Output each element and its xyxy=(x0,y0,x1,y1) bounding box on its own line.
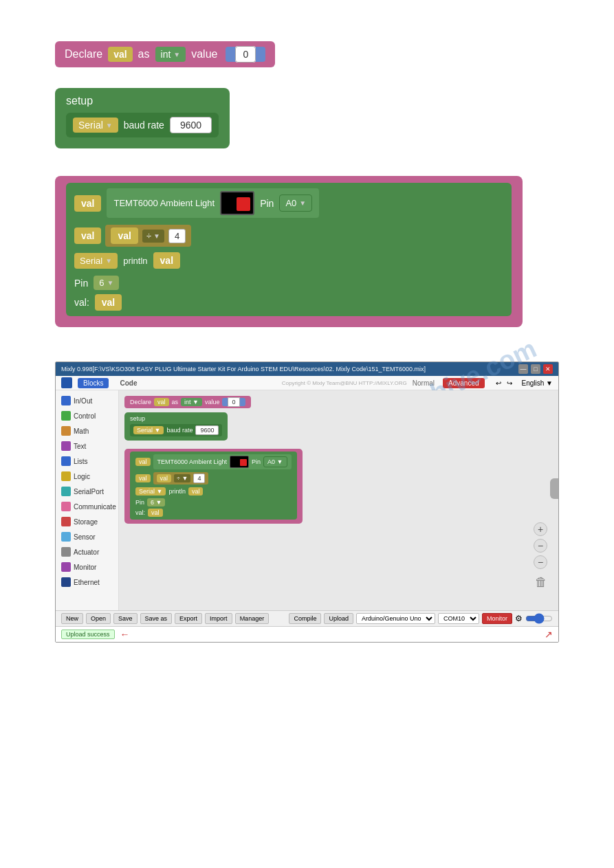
save-button[interactable]: Save xyxy=(113,613,138,624)
val-colon-text: val: xyxy=(74,297,89,308)
m-loop-outer: val TEMT6000 Ambient Light Pin A0 ▼ xyxy=(124,449,303,524)
open-button[interactable]: Open xyxy=(86,613,111,624)
monitor-button[interactable]: Monitor xyxy=(482,613,512,624)
m-zero-box: 0 xyxy=(222,398,245,406)
storage-icon xyxy=(61,517,71,526)
trash-button[interactable]: 🗑 xyxy=(535,575,547,590)
serial-row: Serial ▼ baud rate 9600 xyxy=(66,113,219,137)
loop-inner: val TEMT6000 Ambient Light Pin A0 ▼ xyxy=(66,183,512,316)
m-serial-println: Serial ▼ xyxy=(135,487,166,496)
lists-label: Lists xyxy=(74,458,88,465)
inout-label: In/Out xyxy=(74,397,92,405)
m-pin-select[interactable]: A0 ▼ xyxy=(263,456,287,467)
pin-num-arrow[interactable]: ▼ xyxy=(107,279,113,287)
m-pin-label: Pin xyxy=(135,499,144,506)
as-label: as xyxy=(138,48,150,60)
zoom-out-button[interactable]: − xyxy=(534,555,547,569)
sidebar-item-ethernet[interactable]: Ethernet xyxy=(56,575,118,590)
window-controls: — □ ✕ xyxy=(518,364,553,374)
code-area: Declare val as int ▼ value 0 setup Seria… xyxy=(119,390,558,610)
math-label: Math xyxy=(74,427,89,435)
sidebar-item-communicate[interactable]: Communicate xyxy=(56,499,118,514)
status-bar: Upload success ← ↗ xyxy=(56,626,558,642)
normal-tab[interactable]: Normal xyxy=(413,379,435,387)
m-println-text: println xyxy=(168,488,186,495)
compile-button[interactable]: Compile xyxy=(289,613,321,624)
mini-declare-block: Declare val as int ▼ value 0 xyxy=(124,396,553,408)
temt-image xyxy=(220,191,254,215)
sidebar-item-math[interactable]: Math xyxy=(56,423,118,438)
new-button[interactable]: New xyxy=(61,613,83,624)
upload-button[interactable]: Upload xyxy=(324,613,353,624)
port-select[interactable]: COM10 xyxy=(438,613,479,624)
divide-num[interactable]: 4 xyxy=(168,229,186,243)
monitor-icon xyxy=(61,562,71,572)
volume-slider[interactable] xyxy=(525,613,553,624)
logic-label: Logic xyxy=(74,473,90,480)
scroll-handle[interactable] xyxy=(550,478,558,499)
sidebar-item-inout[interactable]: In/Out xyxy=(56,393,118,408)
baud-value[interactable]: 9600 xyxy=(170,117,212,133)
board-select[interactable]: Arduino/Genuino Uno xyxy=(356,613,435,624)
upload-success-badge: Upload success xyxy=(61,630,115,639)
m-serial-badge: Serial ▼ xyxy=(133,426,164,434)
m-val-temt: val xyxy=(135,458,151,466)
settings-icon[interactable]: ⚙ xyxy=(515,614,523,623)
export-button[interactable]: Export xyxy=(175,613,202,624)
setup-label: setup xyxy=(66,95,219,107)
sidebar-item-actuator[interactable]: Actuator xyxy=(56,544,118,559)
op-dropdown[interactable]: ▼ xyxy=(153,232,160,240)
english-select[interactable]: English ▼ xyxy=(522,379,553,387)
serial-dropdown-arrow[interactable]: ▼ xyxy=(106,122,113,129)
app-main: In/Out Control Math Text Lists Logic xyxy=(56,390,558,610)
m-val-colon: val: xyxy=(135,509,145,516)
zoom-in-button[interactable]: + xyxy=(534,522,547,536)
sidebar-item-sensor[interactable]: Sensor xyxy=(56,529,118,544)
sidebar-item-text[interactable]: Text xyxy=(56,438,118,454)
advanced-tab[interactable]: Advanced xyxy=(443,378,484,388)
pin-dropdown-arrow[interactable]: ▼ xyxy=(299,199,306,207)
serial-badge: Serial ▼ xyxy=(73,118,118,133)
m-baud-label: baud rate xyxy=(166,427,193,434)
declare-block: Declare val as int ▼ value 0 xyxy=(55,41,559,67)
code-tab[interactable]: Code xyxy=(120,379,137,387)
close-button[interactable]: ✕ xyxy=(543,364,553,374)
sidebar-item-control[interactable]: Control xyxy=(56,408,118,423)
sidebar-item-lists[interactable]: Lists xyxy=(56,454,118,469)
m-pin-row: Pin 6 ▼ xyxy=(135,498,292,507)
sidebar-item-storage[interactable]: Storage xyxy=(56,514,118,529)
int-dropdown-arrow[interactable]: ▼ xyxy=(173,51,180,58)
declare-label: Declare xyxy=(65,48,102,60)
pin-select[interactable]: A0 ▼ xyxy=(279,194,312,212)
zoom-reset-button[interactable]: − xyxy=(534,539,547,553)
sidebar-item-serialport[interactable]: SerialPort xyxy=(56,484,118,499)
serial-println-arrow[interactable]: ▼ xyxy=(105,257,112,265)
baud-rate-label: baud rate xyxy=(124,120,164,131)
redo-btn[interactable]: ↪ xyxy=(507,379,512,387)
minimize-button[interactable]: — xyxy=(518,364,528,374)
app-header-row: Blocks Code Copyright © Mixly Team@BNU H… xyxy=(56,376,558,390)
logic-icon xyxy=(61,471,71,481)
m-div-num: 4 xyxy=(193,474,205,483)
save-as-button[interactable]: Save as xyxy=(140,613,173,624)
zoom-controls: + − − xyxy=(534,522,547,569)
sidebar-item-monitor[interactable]: Monitor xyxy=(56,559,118,575)
ethernet-label: Ethernet xyxy=(74,579,100,586)
m-val-colon-row: val: val xyxy=(135,509,292,517)
undo-btn[interactable]: ↩ xyxy=(496,379,501,387)
m-math-row: val val ÷ ▼ 4 xyxy=(135,472,292,485)
sensor-icon xyxy=(61,532,71,542)
m-int-badge: int ▼ xyxy=(181,398,202,406)
import-button[interactable]: Import xyxy=(205,613,232,624)
m-temt-img xyxy=(230,456,249,468)
blocks-tab[interactable]: Blocks xyxy=(78,378,109,388)
m-temt-red xyxy=(240,459,247,466)
val-badge: val xyxy=(108,47,132,62)
maximize-button[interactable]: □ xyxy=(531,364,540,374)
sidebar-item-logic[interactable]: Logic xyxy=(56,469,118,484)
m-val-println: val xyxy=(188,487,204,496)
manager-button[interactable]: Manager xyxy=(235,613,270,624)
m-val-colon-val: val xyxy=(148,509,163,517)
zero-value[interactable]: 0 xyxy=(235,46,256,63)
m-temt-block: TEMT6000 Ambient Light Pin A0 ▼ xyxy=(153,454,292,469)
